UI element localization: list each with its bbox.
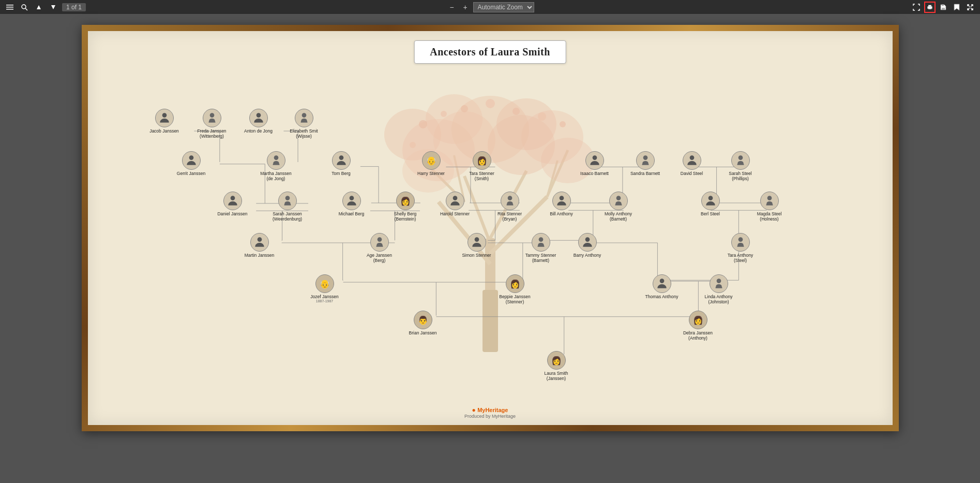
person-harold[interactable]: Harold Stenner bbox=[434, 192, 476, 216]
name-harry: Harry Stenner bbox=[411, 171, 452, 176]
branding: ● MyHeritage Produced by MyHeritage bbox=[464, 406, 516, 419]
toolbar: 1 of 1 − + Automatic Zoom 50% 75% 100% 1… bbox=[0, 0, 980, 14]
fullscreen-button[interactable] bbox=[911, 2, 922, 13]
person-daniel[interactable]: Daniel Janssen bbox=[212, 192, 253, 216]
next-page-button[interactable] bbox=[48, 2, 59, 13]
person-bill[interactable]: Bill Anthony bbox=[541, 192, 582, 216]
zoom-out-button[interactable]: − bbox=[446, 2, 458, 13]
avatar-isaaco bbox=[585, 151, 604, 170]
name-simon: Simon Stenner bbox=[456, 253, 497, 258]
zoom-in-button[interactable]: + bbox=[460, 2, 471, 13]
svg-point-146 bbox=[737, 243, 743, 246]
person-laura[interactable]: 👩 Laura Smith(Janssen) bbox=[536, 351, 577, 381]
person-michael[interactable]: Michael Berg bbox=[331, 192, 372, 216]
bookmark-button[interactable] bbox=[951, 2, 962, 13]
person-sandra[interactable]: Sandra Barnett bbox=[625, 151, 666, 176]
svg-rect-7 bbox=[928, 5, 931, 6]
svg-point-114 bbox=[301, 119, 307, 122]
document-title-box: Ancestors of Laura Smith bbox=[414, 40, 566, 64]
person-linda_a[interactable]: Linda Anthony(Johnston) bbox=[698, 274, 740, 304]
person-martha[interactable]: Martha Janssen(de Jong) bbox=[255, 151, 297, 181]
avatar-harold bbox=[446, 192, 464, 210]
person-shelly[interactable]: 👩 Shelly Berg(Bernstein) bbox=[385, 192, 426, 222]
name-linda_a: Linda Anthony(Johnston) bbox=[698, 294, 740, 304]
name-anton: Anton de Jong bbox=[238, 128, 279, 134]
person-jacob[interactable]: Jacob Janssen bbox=[144, 109, 185, 134]
svg-marker-5 bbox=[37, 5, 41, 9]
person-isaaco[interactable]: Isaaco Barnett bbox=[574, 151, 615, 176]
person-tara_a[interactable]: Tara Anthony(Steel) bbox=[720, 233, 761, 263]
svg-point-34 bbox=[426, 94, 483, 144]
name-age: Age Janssen(Berg) bbox=[359, 253, 400, 263]
svg-point-131 bbox=[507, 201, 512, 205]
person-magda[interactable]: Magda Steel(Holness) bbox=[749, 192, 790, 222]
svg-point-38 bbox=[419, 120, 427, 128]
svg-point-43 bbox=[538, 112, 546, 121]
search-button[interactable] bbox=[19, 2, 30, 13]
name-daniel: Daniel Janssen bbox=[212, 211, 253, 216]
person-freda[interactable]: Freda Janssen(Wittenberg) bbox=[191, 109, 233, 139]
svg-point-123 bbox=[738, 155, 743, 160]
svg-rect-11 bbox=[928, 8, 931, 9]
person-tara_s[interactable]: 👩 Tara Stenner(Smith) bbox=[461, 151, 503, 181]
dates-jozef: 1887-1987 bbox=[304, 299, 345, 303]
person-david[interactable]: David Steel bbox=[671, 151, 713, 176]
svg-point-124 bbox=[737, 161, 743, 165]
name-bill: Bill Anthony bbox=[541, 211, 582, 216]
name-elizabeth: Elizabeth Smit(Wijsse) bbox=[283, 128, 325, 139]
person-sarah_steel[interactable]: Sarah Steel(Phillips) bbox=[720, 151, 761, 181]
svg-point-136 bbox=[767, 196, 772, 200]
avatar-david bbox=[683, 151, 701, 170]
expand-button[interactable] bbox=[964, 2, 976, 13]
person-tom[interactable]: Tom Berg bbox=[321, 151, 362, 176]
person-sarah_j[interactable]: Sarah Janssen(Weerdenburg) bbox=[267, 192, 308, 222]
menu-button[interactable] bbox=[4, 2, 16, 13]
person-beppie[interactable]: 👩 Beppie Janssen(Stenner) bbox=[494, 274, 536, 304]
family-tree-connectors: .conn { stroke: #888; stroke-width: 0.8;… bbox=[88, 31, 893, 425]
person-debra[interactable]: 👩 Debra Janssen(Anthony) bbox=[677, 311, 719, 341]
svg-point-42 bbox=[512, 108, 520, 115]
name-debra: Debra Janssen(Anthony) bbox=[677, 330, 719, 341]
name-rita: Rita Stenner(Bryan) bbox=[489, 211, 531, 222]
avatar-berl bbox=[701, 192, 720, 210]
avatar-gerrit bbox=[182, 151, 201, 170]
person-tammy[interactable]: Tammy Stenner(Barnett) bbox=[520, 233, 562, 263]
svg-point-113 bbox=[301, 113, 306, 118]
svg-line-26 bbox=[547, 150, 568, 197]
person-simon[interactable]: Simon Stenner bbox=[456, 233, 497, 258]
person-elizabeth[interactable]: Elizabeth Smit(Wijsse) bbox=[283, 109, 325, 139]
person-martin[interactable]: Martin Janssen bbox=[239, 233, 280, 258]
name-martha: Martha Janssen(de Jong) bbox=[255, 171, 297, 181]
person-gerrit[interactable]: Gerrit Janssen bbox=[171, 151, 212, 176]
name-tara_a: Tara Anthony(Steel) bbox=[720, 253, 761, 263]
print-button[interactable] bbox=[924, 2, 936, 13]
avatar-simon bbox=[468, 233, 486, 252]
name-magda: Magda Steel(Holness) bbox=[749, 211, 790, 222]
avatar-tammy bbox=[532, 233, 550, 252]
svg-point-140 bbox=[376, 243, 382, 246]
svg-line-4 bbox=[25, 8, 27, 10]
person-brian[interactable]: 👨 Brian Janssen bbox=[402, 311, 444, 335]
person-anton[interactable]: Anton de Jong bbox=[238, 109, 279, 134]
person-barry[interactable]: Barry Anthony bbox=[567, 233, 608, 258]
avatar-magda bbox=[760, 192, 779, 210]
prev-page-button[interactable] bbox=[33, 2, 44, 13]
svg-point-134 bbox=[615, 201, 621, 205]
save-button[interactable] bbox=[938, 2, 949, 13]
person-harry[interactable]: 👴 Harry Stenner bbox=[411, 151, 452, 176]
zoom-select[interactable]: Automatic Zoom 50% 75% 100% 125% 150% bbox=[473, 2, 534, 12]
person-jozef[interactable]: 👴 Jozef Janssen 1887-1987 bbox=[304, 274, 345, 304]
name-jozef: Jozef Janssen bbox=[304, 294, 345, 299]
person-molly[interactable]: Molly Anthony(Barnett) bbox=[598, 192, 639, 222]
name-tom: Tom Berg bbox=[321, 171, 362, 176]
avatar-linda_a bbox=[710, 274, 728, 293]
person-age[interactable]: Age Janssen(Berg) bbox=[359, 233, 400, 263]
person-thomas_a[interactable]: Thomas Anthony bbox=[641, 274, 683, 299]
toolbar-right bbox=[911, 2, 976, 13]
person-rita[interactable]: Rita Stenner(Bryan) bbox=[489, 192, 531, 222]
person-berl[interactable]: Berl Steel bbox=[690, 192, 731, 216]
avatar-tara_a bbox=[731, 233, 750, 252]
svg-rect-1 bbox=[6, 7, 13, 8]
avatar-jacob bbox=[155, 109, 174, 127]
svg-point-127 bbox=[284, 201, 290, 205]
